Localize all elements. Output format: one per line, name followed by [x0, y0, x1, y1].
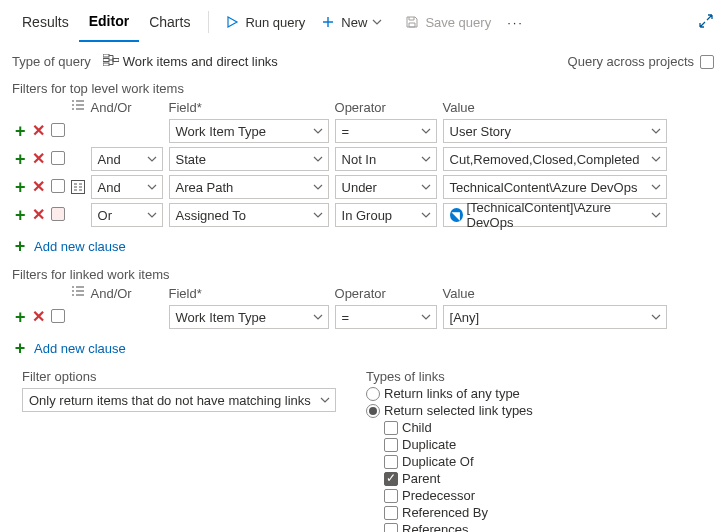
clause-checkbox[interactable] — [51, 207, 65, 221]
chevron-down-icon — [319, 394, 331, 406]
link-type-option: Parent — [384, 471, 533, 486]
remove-clause-button[interactable]: ✕ — [32, 122, 45, 139]
clause-checkbox[interactable] — [51, 309, 65, 323]
clause-checkbox[interactable] — [51, 179, 65, 193]
field-value: Assigned To — [176, 208, 247, 223]
andor-value: And — [98, 180, 121, 195]
query-across-checkbox[interactable] — [700, 55, 714, 69]
andor-value: And — [98, 152, 121, 167]
link-type-checkbox[interactable] — [384, 472, 398, 486]
radio-selected-label: Return selected link types — [384, 403, 533, 418]
clause-row: +✕Work Item Type=User Story — [12, 117, 670, 145]
operator-value: Not In — [342, 152, 377, 167]
group-icon[interactable] — [71, 180, 85, 194]
link-types-label: Types of links — [366, 369, 533, 384]
new-button[interactable]: New — [313, 2, 397, 42]
add-clause-label: Add new clause — [34, 239, 126, 254]
linked-filters-table: And/Or Field* Operator Value +✕Work Item… — [12, 284, 670, 331]
link-type-option: References — [384, 522, 533, 532]
clause-select[interactable]: And — [91, 147, 163, 171]
hdr-field: Field* — [166, 284, 332, 303]
insert-clause-button[interactable]: + — [15, 149, 26, 169]
hdr-andor: And/Or — [88, 284, 166, 303]
clause-select[interactable]: = — [335, 305, 437, 329]
radio-any-type[interactable] — [366, 387, 380, 401]
remove-clause-button[interactable]: ✕ — [32, 206, 45, 223]
link-type-checkbox[interactable] — [384, 523, 398, 533]
run-query-button[interactable]: Run query — [217, 2, 313, 42]
value-text: Cut,Removed,Closed,Completed — [450, 152, 640, 167]
hdr-value: Value — [440, 284, 670, 303]
svg-rect-1 — [103, 59, 109, 62]
clause-select[interactable]: Work Item Type — [169, 305, 329, 329]
clause-select[interactable]: Cut,Removed,Closed,Completed — [443, 147, 667, 171]
clause-select[interactable]: Assigned To — [169, 203, 329, 227]
tab-charts-label: Charts — [149, 14, 190, 30]
clause-select[interactable]: And — [91, 175, 163, 199]
clause-select[interactable]: Area Path — [169, 175, 329, 199]
insert-clause-button[interactable]: + — [15, 177, 26, 197]
value-text: [TechnicalContent]\Azure DevOps — [467, 200, 648, 230]
add-linked-clause[interactable]: + Add new clause — [12, 339, 714, 357]
clause-checkbox[interactable] — [51, 151, 65, 165]
clause-select[interactable]: ◥[TechnicalContent]\Azure DevOps — [443, 203, 667, 227]
tab-results[interactable]: Results — [12, 2, 79, 42]
more-button[interactable]: ··· — [499, 2, 532, 42]
radio-any-label: Return links of any type — [384, 386, 520, 401]
link-type-checkbox[interactable] — [384, 438, 398, 452]
filter-options-select[interactable]: Only return items that do not have match… — [22, 388, 336, 412]
clause-select[interactable]: Work Item Type — [169, 119, 329, 143]
operator-value: In Group — [342, 208, 393, 223]
query-type-selector[interactable]: Work items and direct links — [103, 54, 278, 69]
save-icon — [405, 15, 419, 29]
link-type-label: Referenced By — [402, 505, 488, 520]
operator-value: = — [342, 310, 350, 325]
clause-checkbox[interactable] — [51, 123, 65, 137]
top-filters-title: Filters for top level work items — [12, 81, 714, 96]
hdr-value: Value — [440, 98, 670, 117]
clause-select[interactable]: [Any] — [443, 305, 667, 329]
clause-select[interactable]: TechnicalContent\Azure DevOps — [443, 175, 667, 199]
clause-select[interactable]: Not In — [335, 147, 437, 171]
link-type-label: References — [402, 522, 468, 532]
link-type-label: Duplicate Of — [402, 454, 474, 469]
play-icon — [225, 15, 239, 29]
query-across-label: Query across projects — [568, 54, 694, 69]
add-top-clause[interactable]: + Add new clause — [12, 237, 714, 255]
link-type-checkbox[interactable] — [384, 506, 398, 520]
expand-button[interactable] — [698, 13, 714, 32]
clause-select[interactable]: User Story — [443, 119, 667, 143]
clause-select[interactable]: In Group — [335, 203, 437, 227]
link-type-checkbox[interactable] — [384, 421, 398, 435]
link-type-option: Duplicate — [384, 437, 533, 452]
insert-clause-button[interactable]: + — [15, 121, 26, 141]
insert-clause-button[interactable]: + — [15, 205, 26, 225]
link-type-label: Parent — [402, 471, 440, 486]
query-type-row: Type of query Work items and direct link… — [12, 54, 714, 69]
hdr-field: Field* — [166, 98, 332, 117]
remove-clause-button[interactable]: ✕ — [32, 150, 45, 167]
tab-charts[interactable]: Charts — [139, 2, 200, 42]
insert-clause-button[interactable]: + — [15, 307, 26, 327]
link-type-option: Referenced By — [384, 505, 533, 520]
remove-clause-button[interactable]: ✕ — [32, 178, 45, 195]
clause-select[interactable]: State — [169, 147, 329, 171]
save-query-button[interactable]: Save query — [397, 2, 499, 42]
operator-value: Under — [342, 180, 377, 195]
clause-select[interactable]: Or — [91, 203, 163, 227]
tabs: Results Editor Charts — [12, 2, 200, 42]
query-type-value: Work items and direct links — [123, 54, 278, 69]
clause-row: +✕Work Item Type=[Any] — [12, 303, 670, 331]
link-type-option: Predecessor — [384, 488, 533, 503]
expand-icon — [698, 13, 714, 29]
value-text: User Story — [450, 124, 511, 139]
link-type-checkbox[interactable] — [384, 455, 398, 469]
clause-select[interactable]: Under — [335, 175, 437, 199]
tab-editor[interactable]: Editor — [79, 2, 139, 42]
top-filters-table: And/Or Field* Operator Value +✕Work Item… — [12, 98, 670, 229]
operator-value: = — [342, 124, 350, 139]
link-type-checkbox[interactable] — [384, 489, 398, 503]
clause-select[interactable]: = — [335, 119, 437, 143]
radio-selected-types[interactable] — [366, 404, 380, 418]
remove-clause-button[interactable]: ✕ — [32, 308, 45, 325]
